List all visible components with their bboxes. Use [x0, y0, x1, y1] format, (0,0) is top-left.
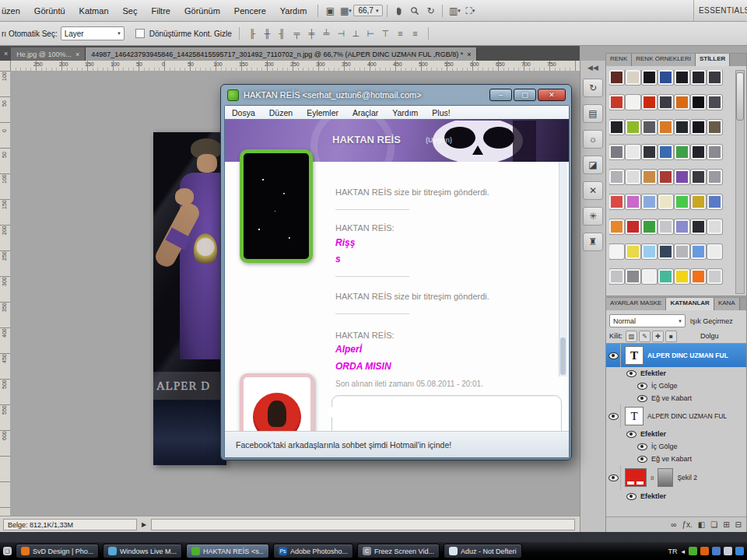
menu-layer[interactable]: Katman [72, 6, 116, 16]
effects-row[interactable]: Efektler [606, 490, 747, 502]
rotate-view-icon[interactable]: ↻ [423, 4, 438, 18]
menu-view[interactable]: Görünüm [177, 6, 227, 16]
style-swatch[interactable] [691, 244, 706, 259]
style-swatch[interactable] [691, 145, 706, 159]
style-swatch[interactable] [626, 244, 640, 259]
tab-adjustments-masks[interactable]: AYARLAR MASKE [606, 298, 666, 310]
menu-window[interactable]: Pencere [227, 6, 273, 16]
scrollbar-thumb[interactable] [736, 72, 744, 121]
visibility-toggle[interactable] [606, 344, 621, 367]
menu-filter[interactable]: Filtre [145, 6, 177, 16]
auto-select-dropdown[interactable]: Layer▾ [61, 26, 124, 40]
style-swatch[interactable] [658, 120, 673, 135]
link-layers-icon[interactable]: ∞ [671, 520, 676, 529]
align-icon[interactable]: ╫ [261, 27, 274, 40]
align-icon[interactable]: ╤ [290, 27, 303, 40]
lock-position-icon[interactable]: ✚ [652, 331, 664, 342]
close-tab-icon[interactable]: × [467, 51, 471, 58]
style-swatch[interactable] [609, 70, 624, 85]
menu-tools[interactable]: Araçlar [345, 108, 385, 117]
clone-source-icon[interactable]: ♜ [583, 233, 603, 251]
style-swatch[interactable] [658, 219, 673, 234]
maximize-button[interactable]: ▢ [514, 89, 536, 101]
taskbar-button[interactable]: HAKTAN REİS <s... [186, 544, 269, 558]
taskbar-button[interactable]: PsAdobe Photosho... [273, 544, 353, 558]
style-swatch[interactable] [626, 269, 640, 284]
style-swatch[interactable] [626, 70, 640, 85]
align-icon[interactable]: ╧ [320, 27, 333, 40]
menu-help[interactable]: Yardım [273, 6, 314, 16]
tray-network-icon[interactable] [712, 547, 721, 555]
layer-row-shape[interactable]: 8 Şekil 2 [606, 465, 747, 491]
style-swatch[interactable] [658, 170, 673, 184]
inner-shadow-row[interactable]: İç Gölge [606, 380, 747, 392]
menu-edit[interactable]: Düzen [262, 108, 300, 117]
style-swatch[interactable] [691, 269, 706, 284]
style-swatch[interactable] [691, 194, 706, 209]
taskbar-button[interactable]: CFreez Screen Vid... [357, 544, 440, 558]
align-icon[interactable]: ⊤ [379, 27, 392, 40]
tray-volume-icon[interactable] [724, 547, 732, 555]
lock-pixels-icon[interactable]: ✎ [639, 331, 651, 342]
minimize-button[interactable]: – [489, 89, 512, 101]
style-swatch[interactable] [675, 269, 689, 284]
tray-expand-arrow[interactable]: ◂ [681, 548, 685, 555]
effects-row[interactable]: Efektler [606, 367, 747, 380]
align-icon[interactable]: ⊢ [364, 27, 377, 40]
style-swatch[interactable] [691, 120, 706, 135]
screen-mode-icon[interactable]: ⛶▾ [462, 4, 478, 18]
align-icon[interactable]: ╪ [305, 27, 318, 40]
style-swatch[interactable] [675, 244, 689, 259]
style-swatch[interactable] [707, 244, 722, 259]
layer-style-icon[interactable]: ƒx. [682, 520, 692, 529]
close-tab-icon[interactable]: × [75, 51, 79, 58]
tab-swatches[interactable]: RENK ÖRNEKLERİ [632, 54, 696, 66]
style-swatch[interactable] [609, 170, 624, 184]
style-swatch[interactable] [691, 95, 706, 110]
vector-mask-thumbnail[interactable] [658, 468, 673, 487]
eye-icon[interactable] [637, 395, 647, 402]
style-swatch[interactable] [707, 219, 722, 234]
text-layer-thumbnail[interactable]: T [625, 346, 644, 365]
new-group-icon[interactable]: ❏ [710, 520, 717, 529]
style-swatch[interactable] [626, 219, 640, 234]
align-icon[interactable]: ⊥ [349, 27, 363, 40]
style-swatch[interactable] [609, 194, 624, 209]
style-swatch[interactable] [642, 194, 657, 209]
style-swatch[interactable] [691, 170, 706, 184]
document-tab-inactive[interactable]: He.jpg @ 100%... × [11, 47, 86, 61]
tab-channels[interactable]: KANA [714, 298, 740, 310]
style-swatch[interactable] [609, 145, 624, 159]
menu-actions[interactable]: Eylemler [300, 108, 345, 117]
bevel-emboss-row[interactable]: Eğ ve Kabart [606, 392, 747, 404]
arrange-documents-icon[interactable]: ▥▾ [447, 4, 462, 18]
brushes-icon[interactable]: ✳ [583, 207, 603, 226]
style-swatch[interactable] [675, 120, 689, 135]
bridge-launch-icon[interactable]: ▣ [322, 4, 338, 18]
zoom-tool-icon[interactable] [407, 4, 423, 18]
contact-avatar[interactable] [240, 149, 313, 263]
taskbar-button[interactable]: Aduz - Not Defteri [444, 544, 522, 558]
menu-help[interactable]: Yardım [385, 108, 425, 117]
style-swatch[interactable] [707, 194, 722, 209]
style-swatch[interactable] [658, 70, 673, 85]
bevel-emboss-row[interactable]: Eğ ve Kabart [606, 453, 747, 465]
tab-layers[interactable]: KATMANLAR [666, 298, 714, 310]
eye-icon[interactable] [637, 383, 647, 390]
style-swatch[interactable] [658, 244, 673, 259]
style-swatch[interactable] [658, 95, 673, 110]
collapse-dock-icon[interactable]: ◀◀ [587, 64, 598, 72]
style-swatch[interactable] [626, 120, 640, 135]
style-swatch[interactable] [675, 145, 689, 159]
style-swatch[interactable] [609, 219, 624, 234]
eye-icon[interactable] [626, 493, 637, 500]
style-swatch[interactable] [642, 170, 657, 184]
style-swatch[interactable] [707, 95, 722, 110]
align-icon[interactable]: ⊣ [335, 27, 348, 40]
scrollbar-thumb[interactable] [560, 338, 566, 375]
transform-controls-checkbox[interactable] [135, 29, 145, 38]
close-tab-icon[interactable]: × [4, 50, 8, 58]
layer-row-text-1[interactable]: T ALPER DINC UZMAN FUL [606, 344, 747, 368]
style-swatch[interactable] [691, 219, 706, 234]
lock-all-icon[interactable]: ■ [665, 331, 677, 342]
